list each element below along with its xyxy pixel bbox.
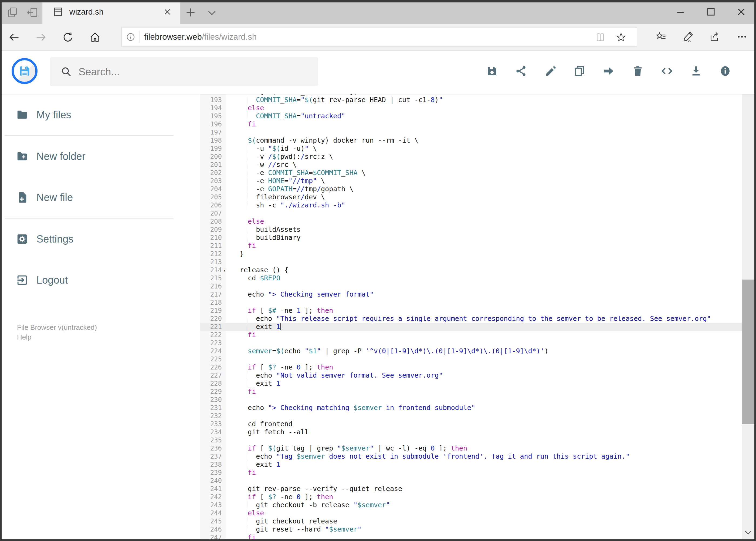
- code-line[interactable]: 194 else: [200, 104, 742, 112]
- code-line[interactable]: 247 fi: [200, 533, 742, 539]
- code-line[interactable]: 230: [200, 396, 742, 404]
- code-line[interactable]: 197: [200, 128, 742, 136]
- code-line[interactable]: 203 -e HOME="//tmp" \: [200, 177, 742, 185]
- back-button[interactable]: [8, 31, 20, 43]
- add-favorite-icon[interactable]: [616, 32, 627, 43]
- new-tab-button[interactable]: [185, 6, 196, 18]
- code-line[interactable]: 212}: [200, 250, 742, 258]
- code-line[interactable]: 205 filebrowser/dev \: [200, 193, 742, 201]
- code-line[interactable]: 235: [200, 436, 742, 444]
- rename-button[interactable]: [544, 65, 557, 77]
- code-line[interactable]: 229 fi: [200, 387, 742, 396]
- code-line[interactable]: 239 fi: [200, 469, 742, 477]
- code-line[interactable]: 237 echo "Tag $semver does not exist in …: [200, 452, 742, 460]
- code-line[interactable]: 223: [200, 339, 742, 347]
- tab-preview-icon[interactable]: [6, 6, 18, 18]
- code-line[interactable]: 246 git reset --hard "$semver": [200, 525, 742, 533]
- delete-button[interactable]: [631, 65, 644, 77]
- code-line[interactable]: 238 exit 1: [200, 460, 742, 469]
- save-button[interactable]: [486, 65, 498, 77]
- sidebar-item-new-file[interactable]: New file: [0, 177, 193, 218]
- code-line[interactable]: 206 sh -c "./wizard.sh -b": [200, 201, 742, 209]
- sidebar-item-settings[interactable]: Settings: [0, 219, 193, 260]
- filebrowser-logo[interactable]: [12, 58, 38, 84]
- code-line[interactable]: 221 exit 1: [200, 323, 742, 331]
- site-info-icon[interactable]: [126, 32, 136, 42]
- maximize-button[interactable]: [703, 6, 719, 18]
- share-button[interactable]: [515, 65, 527, 77]
- sidebar-item-logout[interactable]: Logout: [0, 260, 193, 300]
- code-line[interactable]: 213: [200, 258, 742, 266]
- code-line[interactable]: 240: [200, 477, 742, 485]
- code-line[interactable]: 193 COMMIT_SHA="$(git rev-parse HEAD | c…: [200, 96, 742, 104]
- code-line[interactable]: 210 buildBinary: [200, 234, 742, 242]
- close-window-button[interactable]: [733, 6, 749, 18]
- move-button[interactable]: [603, 65, 615, 77]
- scroll-down-icon[interactable]: [743, 527, 753, 537]
- scrollbar-thumb[interactable]: [742, 279, 754, 424]
- browser-tab[interactable]: wizard.sh: [42, 0, 180, 24]
- code-line[interactable]: 227 echo "Not valid semver format. See s…: [200, 371, 742, 379]
- code-line[interactable]: 214▾release () {: [200, 266, 742, 274]
- code-line[interactable]: 218: [200, 298, 742, 306]
- code-text: git rev-parse --verify --quiet release: [226, 485, 742, 493]
- code-text: else: [226, 509, 742, 517]
- annotate-icon[interactable]: [682, 31, 694, 43]
- code-line[interactable]: 216: [200, 282, 742, 290]
- code-line[interactable]: 199 -u "$(id -u)" \: [200, 145, 742, 153]
- code-line[interactable]: 243 git checkout -b release "$semver": [200, 501, 742, 509]
- code-line[interactable]: 233 cd frontend: [200, 420, 742, 428]
- code-line[interactable]: 234 git fetch --all: [200, 428, 742, 436]
- code-line[interactable]: 219 if [ $# -ne 1 ]; then: [200, 306, 742, 315]
- code-line[interactable]: 200 -v /$(pwd):/src:z \: [200, 153, 742, 161]
- code-line[interactable]: 225: [200, 355, 742, 363]
- set-tabs-aside-icon[interactable]: [26, 6, 38, 18]
- search-box[interactable]: [50, 57, 318, 86]
- code-line[interactable]: 220 echo "This release script requires a…: [200, 315, 742, 323]
- code-line[interactable]: 201 -w //src \: [200, 161, 742, 169]
- search-input[interactable]: [78, 57, 309, 87]
- favorites-hub-icon[interactable]: [655, 31, 667, 43]
- code-line[interactable]: 231 echo "> Checking matching $semver in…: [200, 404, 742, 412]
- code-line[interactable]: 195 COMMIT_SHA="untracked": [200, 112, 742, 120]
- sidebar-item-my-files[interactable]: My files: [0, 94, 193, 135]
- code-line[interactable]: 226 if [ $? -ne 0 ]; then: [200, 363, 742, 371]
- code-editor[interactable]: 192 if [ "$COMMIT_SHA" == "" ]; then193 …: [200, 94, 742, 539]
- code-line[interactable]: 196 fi: [200, 120, 742, 128]
- info-button[interactable]: [719, 65, 731, 77]
- share-page-icon[interactable]: [709, 31, 721, 43]
- more-menu-icon[interactable]: [736, 31, 748, 43]
- tab-list-chevron-icon[interactable]: [206, 7, 217, 18]
- code-line[interactable]: 236 if [ $(git tag | grep "$semver" | wc…: [200, 444, 742, 452]
- code-line[interactable]: 245 git checkout release: [200, 517, 742, 525]
- code-line[interactable]: 244 else: [200, 509, 742, 517]
- code-line[interactable]: 209 buildAssets: [200, 226, 742, 234]
- code-line[interactable]: 207: [200, 209, 742, 218]
- forward-button[interactable]: [35, 31, 47, 43]
- code-line[interactable]: 198 $(command -v winpty) docker run --rm…: [200, 136, 742, 145]
- code-line[interactable]: 204 -e GOPATH=//tmp/gopath \: [200, 185, 742, 193]
- tab-close-icon[interactable]: [162, 7, 172, 17]
- code-line[interactable]: 232: [200, 412, 742, 420]
- code-line[interactable]: 208 else: [200, 218, 742, 226]
- address-bar[interactable]: filebrowser.web/files/wizard.sh: [122, 27, 637, 47]
- raw-button[interactable]: [661, 65, 673, 77]
- vertical-scrollbar[interactable]: [742, 51, 754, 539]
- copy-button[interactable]: [573, 65, 586, 77]
- code-line[interactable]: 217 echo "> Checking semver format": [200, 290, 742, 298]
- help-link[interactable]: Help: [17, 332, 97, 342]
- code-line[interactable]: 224 semver=$(echo "$1" | grep -P '^v(0|[…: [200, 347, 742, 355]
- code-line[interactable]: 211 fi: [200, 242, 742, 250]
- code-line[interactable]: 222 fi: [200, 331, 742, 339]
- code-line[interactable]: 202 -e COMMIT_SHA=$COMMIT_SHA \: [200, 169, 742, 177]
- download-button[interactable]: [690, 65, 702, 77]
- code-line[interactable]: 242 if [ $? -ne 0 ]; then: [200, 493, 742, 501]
- home-button[interactable]: [89, 31, 101, 43]
- code-line[interactable]: 215 cd $REPO: [200, 274, 742, 282]
- code-text: [226, 412, 742, 420]
- sidebar-item-new-folder[interactable]: New folder: [0, 136, 193, 177]
- minimize-button[interactable]: [672, 6, 689, 18]
- refresh-button[interactable]: [62, 31, 74, 43]
- code-line[interactable]: 228 exit 1: [200, 379, 742, 387]
- code-line[interactable]: 241 git rev-parse --verify --quiet relea…: [200, 485, 742, 493]
